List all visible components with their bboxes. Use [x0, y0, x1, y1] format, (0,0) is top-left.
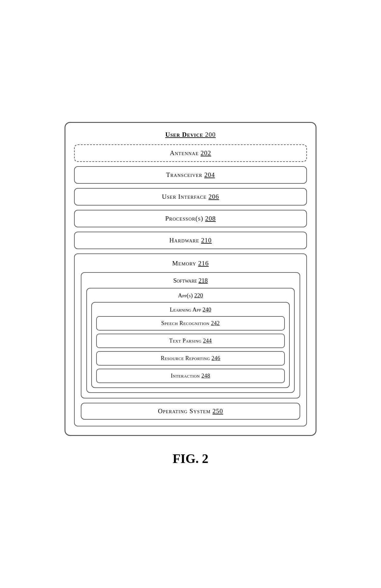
text-parsing-label: Text Parsing 244	[169, 338, 212, 344]
speech-recognition-box: Speech Recognition 242	[96, 316, 285, 331]
processor-box: Processor(s) 208	[74, 210, 307, 227]
text-parsing-box: Text Parsing 244	[96, 334, 285, 348]
learning-app-number: 240	[202, 306, 211, 313]
processor-label: Processor(s) 208	[165, 215, 216, 222]
software-container: Software 218 App(s) 220 Learning App 240	[81, 272, 300, 398]
operating-system-number: 250	[213, 407, 223, 415]
resource-reporting-label: Resource Reporting 246	[161, 355, 220, 361]
memory-title: Memory 216	[81, 260, 300, 267]
transceiver-number: 204	[204, 171, 215, 178]
speech-recognition-number: 242	[211, 320, 220, 326]
hardware-number: 210	[201, 237, 212, 244]
apps-title: App(s) 220	[91, 292, 290, 299]
hardware-box: Hardware 210	[74, 232, 307, 249]
user-device-title: User Device 200	[74, 130, 307, 139]
learning-app-container: Learning App 240 Speech Recognition 242 …	[91, 302, 290, 388]
user-interface-label: User Interface 206	[162, 193, 219, 200]
learning-app-title: Learning App 240	[96, 306, 285, 313]
memory-container: Memory 216 Software 218 App(s) 220 Learn…	[74, 253, 307, 426]
transceiver-label: Transceiver 204	[166, 171, 215, 178]
antennae-number: 202	[201, 149, 211, 157]
page: User Device 200 Antennae 202 Transceiver…	[0, 0, 381, 588]
antennae-label: Antennae 202	[170, 149, 211, 157]
software-title: Software 218	[86, 277, 295, 284]
figure-caption: FIG. 2	[173, 451, 209, 466]
user-interface-number: 206	[209, 193, 219, 200]
text-parsing-number: 244	[203, 338, 212, 344]
resource-reporting-box: Resource Reporting 246	[96, 351, 285, 366]
resource-reporting-number: 246	[211, 355, 220, 361]
user-device-container: User Device 200 Antennae 202 Transceiver…	[65, 122, 316, 436]
transceiver-box: Transceiver 204	[74, 166, 307, 184]
interaction-box: Interaction 248	[96, 369, 285, 383]
user-interface-box: User Interface 206	[74, 188, 307, 206]
hardware-label: Hardware 210	[169, 237, 212, 244]
software-number: 218	[198, 277, 208, 284]
user-device-number: 200	[205, 131, 216, 138]
interaction-number: 248	[202, 373, 210, 379]
memory-number: 216	[198, 260, 209, 267]
antennae-box: Antennae 202	[74, 144, 307, 162]
operating-system-box: Operating System 250	[81, 403, 300, 420]
interaction-label: Interaction 248	[171, 373, 210, 379]
processor-number: 208	[205, 215, 216, 222]
operating-system-label: Operating System 250	[158, 407, 223, 415]
speech-recognition-label: Speech Recognition 242	[161, 320, 220, 326]
apps-container: App(s) 220 Learning App 240 Speech Recog…	[86, 288, 295, 393]
apps-number: 220	[194, 292, 203, 299]
